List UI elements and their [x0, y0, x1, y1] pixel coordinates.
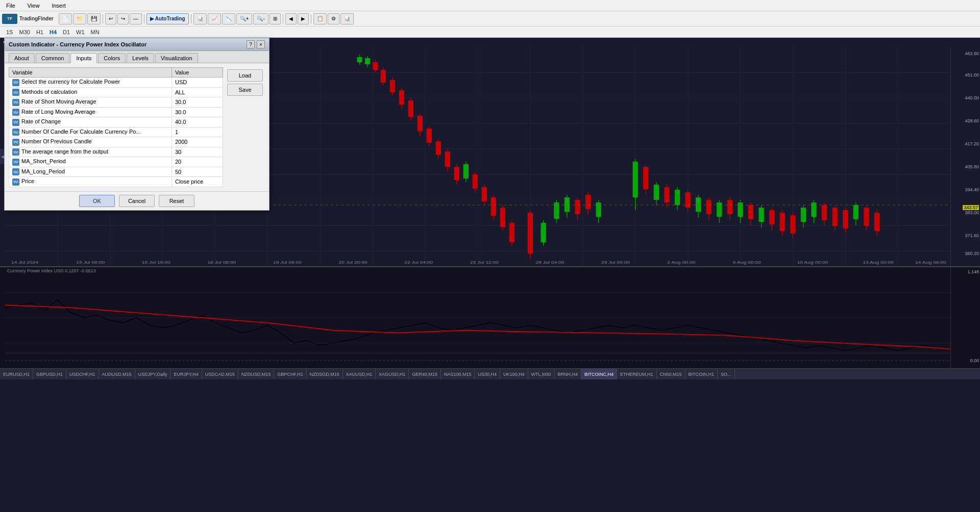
row-icon: Wi — [12, 119, 19, 126]
tab-visualization[interactable]: Visualization — [155, 53, 198, 63]
price-428: 428.60 — [965, 118, 979, 123]
tab-xagusd[interactable]: XAGUSD,H1 — [376, 369, 409, 380]
toolbar-chart-btn2[interactable]: 📈 — [208, 13, 221, 24]
toolbar-chart-btn1[interactable]: 📊 — [193, 13, 207, 24]
save-button[interactable]: Save — [227, 84, 263, 96]
tf-h4[interactable]: H4 — [47, 29, 59, 36]
tab-ethereum[interactable]: ETHEREUM,H1 — [617, 369, 657, 380]
tf-m30[interactable]: M30 — [17, 29, 32, 36]
tab-nas100[interactable]: NAS100,M15 — [441, 369, 475, 380]
tab-xauusd[interactable]: XAUUSD,H1 — [343, 369, 376, 380]
svg-rect-92 — [717, 202, 722, 217]
menu-file[interactable]: File — [4, 2, 17, 10]
toolbar-undo-btn[interactable]: ↩ — [105, 13, 116, 24]
menu-insert[interactable]: Insert — [50, 2, 68, 10]
dialog-close-btn[interactable]: × — [257, 40, 265, 48]
tab-ger40[interactable]: GER40,M15 — [409, 369, 441, 380]
tf-1s[interactable]: 1S — [4, 29, 15, 36]
toolbar-new-btn[interactable]: 📄 — [59, 13, 72, 24]
tf-h1[interactable]: H1 — [34, 29, 45, 36]
tab-audusd[interactable]: AUDUSD,M15 — [99, 369, 135, 380]
price-label: 343.57 — [963, 205, 979, 210]
price-371: 371.60 — [965, 233, 979, 238]
tab-eurusd[interactable]: EURUSD,H1 — [0, 369, 33, 380]
autotrading-button[interactable]: ▶ AutoTrading — [146, 13, 189, 24]
table-row[interactable]: WiThe average range from the output30 — [9, 147, 223, 157]
table-row[interactable]: WiMethods of calculationALL — [9, 87, 223, 97]
tab-bitcoinc[interactable]: BITCOINC,H4 — [581, 369, 617, 380]
toolbar-zoom-out-btn[interactable]: 🔍- — [253, 13, 268, 24]
toolbar-redo-btn[interactable]: ↪ — [117, 13, 129, 24]
param-variable-4: WiRate of Change — [9, 117, 172, 127]
param-value-9: 50 — [172, 167, 223, 177]
load-button[interactable]: Load — [227, 69, 263, 82]
ok-button[interactable]: OK — [79, 195, 115, 207]
col-variable: Variable — [9, 68, 172, 78]
toolbar-template-btn[interactable]: 📋 — [313, 13, 327, 24]
tab-usdcad[interactable]: USDCAD,M15 — [202, 369, 238, 380]
table-row[interactable]: WiPriceClose price — [9, 177, 223, 187]
dialog-content: Variable Value WiSelect the currency for… — [5, 63, 269, 191]
param-value-7: 30 — [172, 147, 223, 157]
svg-rect-40 — [418, 116, 423, 131]
param-variable-2: WiRate of Short Moving Average — [9, 97, 172, 108]
price-scale: 462.60 451.00 440.00 428.60 417.20 405.8… — [950, 47, 980, 266]
tf-d1[interactable]: D1 — [61, 29, 72, 36]
tab-gbpusd[interactable]: GBPUSD,H1 — [33, 369, 66, 380]
tab-eurjpy[interactable]: EURJPY,H4 — [170, 369, 202, 380]
tab-usdjpy[interactable]: USDJPY,Daily — [135, 369, 171, 380]
tab-bitcoin[interactable]: BITCOIN,H1 — [685, 369, 718, 380]
dialog-title: Custom Indicator - Currency Power Index … — [9, 41, 146, 47]
tab-about[interactable]: About — [9, 53, 35, 63]
table-row[interactable]: WiRate of Short Moving Average30.0 — [9, 97, 223, 108]
reset-button[interactable]: Reset — [159, 195, 194, 207]
tf-mn[interactable]: MN — [89, 29, 102, 36]
menu-view[interactable]: View — [26, 2, 42, 10]
tab-gbpchf[interactable]: GBPCHF,H1 — [274, 369, 307, 380]
tab-inputs[interactable]: Inputs — [70, 53, 97, 63]
toolbar-scroll-right-btn[interactable]: ▶ — [298, 13, 309, 24]
toolbar-chart-btn3[interactable]: 📉 — [222, 13, 235, 24]
price-360: 360.20 — [965, 251, 979, 256]
table-row[interactable]: WiNumber Of Previous Candle2000 — [9, 137, 223, 147]
toolbar-settings-btn[interactable]: ⚙ — [328, 13, 339, 24]
tab-usdchf[interactable]: USDCHF,H1 — [66, 369, 99, 380]
row-icon: Wi — [12, 148, 19, 156]
toolbar-zoom-in-btn[interactable]: 🔍+ — [236, 13, 253, 24]
table-row[interactable]: WiSelect the currency for Calculate Powe… — [9, 78, 223, 88]
svg-text:22 Jul 04:00: 22 Jul 04:00 — [404, 260, 433, 265]
tab-us30[interactable]: US30,H4 — [475, 369, 500, 380]
svg-rect-28 — [365, 58, 370, 64]
tf-w1[interactable]: W1 — [74, 29, 87, 36]
table-row[interactable]: WiMA_Short_Period20 — [9, 157, 223, 167]
table-row[interactable]: WiRate of Long Moving Average30.0 — [9, 107, 223, 117]
table-row[interactable]: WiRate of Change40.0 — [9, 117, 223, 127]
table-row[interactable]: WiMA_Long_Period50 — [9, 167, 223, 177]
tab-levels[interactable]: Levels — [127, 53, 154, 63]
cancel-button[interactable]: Cancel — [119, 195, 155, 207]
toolbar-open-btn[interactable]: 📁 — [73, 13, 86, 24]
svg-rect-42 — [427, 129, 432, 143]
menu-bar: File View Insert — [0, 0, 980, 11]
dialog-help-btn[interactable]: ? — [247, 40, 255, 48]
toolbar-save-btn[interactable]: 💾 — [87, 13, 101, 24]
svg-text:14 Aug 08:00: 14 Aug 08:00 — [915, 260, 946, 265]
toolbar-grid-btn[interactable]: ⊞ — [270, 13, 281, 24]
tab-wtl[interactable]: WTL,M30 — [528, 369, 555, 380]
table-row[interactable]: WiNumber Of Candle For Calculate Currenc… — [9, 127, 223, 137]
tab-more[interactable]: SO... — [718, 369, 735, 380]
param-value-6: 2000 — [172, 137, 223, 147]
tab-nzdsgd[interactable]: NZDSGD,M15 — [307, 369, 343, 380]
tab-cn50[interactable]: CN50,M15 — [657, 369, 685, 380]
tab-common[interactable]: Common — [36, 53, 70, 63]
svg-rect-44 — [436, 141, 441, 155]
tab-nzdusd[interactable]: NZDUSD,M15 — [238, 369, 275, 380]
tab-brnh[interactable]: BRNH,H4 — [555, 369, 582, 380]
dialog-titlebar: Custom Indicator - Currency Power Index … — [5, 38, 269, 51]
tab-uk100[interactable]: UK100,H4 — [500, 369, 528, 380]
toolbar-indicators-btn[interactable]: 📊 — [340, 13, 354, 24]
tab-colors[interactable]: Colors — [98, 53, 126, 63]
toolbar-scroll-left-btn[interactable]: ◀ — [285, 13, 297, 24]
svg-rect-104 — [780, 213, 785, 231]
toolbar-minus-btn[interactable]: — — [130, 13, 142, 24]
